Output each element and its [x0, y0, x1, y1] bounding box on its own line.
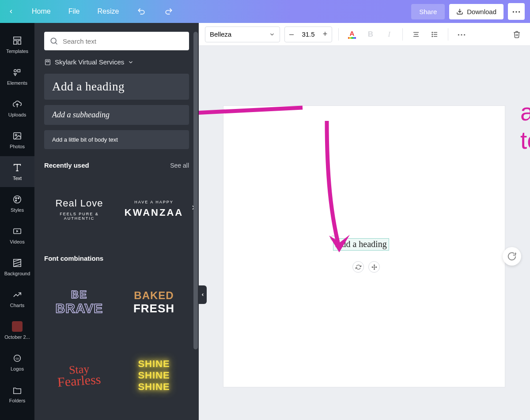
rail-templates[interactable]: Templates — [0, 29, 34, 60]
svg-point-8 — [15, 134, 17, 136]
collapse-panel-button[interactable] — [199, 285, 207, 304]
bold-button[interactable]: B — [363, 27, 378, 41]
text-template-real-love[interactable]: Real LoveFEELS PURE & AUTHENTIC — [44, 176, 114, 242]
text-panel: Skylark Virtual Services Add a heading A… — [34, 23, 199, 420]
rail-folders[interactable]: Folders — [0, 379, 34, 409]
search-box[interactable] — [44, 32, 189, 50]
templates-icon — [12, 36, 22, 45]
thumb-label: SHINE — [138, 370, 170, 381]
header-left-group: Home File Resize — [5, 4, 176, 19]
canvas-stage[interactable]: Add a heading add text — [199, 46, 530, 420]
add-body-text-button[interactable]: Add a little bit of body text — [44, 130, 189, 149]
download-label: Download — [467, 8, 496, 15]
more-text-options[interactable]: ⋯ — [454, 27, 469, 41]
italic-button[interactable]: I — [382, 27, 396, 41]
chevron-left-icon — [201, 292, 205, 297]
resize-button[interactable]: Resize — [95, 4, 121, 19]
text-template-kwanzaa[interactable]: HAVE A HAPPY KWANZAA — [119, 176, 189, 242]
share-button[interactable]: Share — [411, 4, 445, 19]
add-subheading-button[interactable]: Add a subheading — [44, 105, 189, 125]
download-button[interactable]: Download — [449, 4, 504, 19]
svg-marker-16 — [16, 230, 19, 232]
rail-uploads[interactable]: Uploads — [0, 93, 34, 124]
rail-folders-label: Folders — [2, 398, 33, 403]
rail-videos[interactable]: Videos — [0, 220, 34, 251]
add-heading-button[interactable]: Add a heading — [44, 74, 189, 100]
search-input[interactable] — [63, 38, 184, 45]
charts-icon — [12, 290, 22, 300]
alignment-button[interactable] — [409, 27, 423, 41]
text-template-stay-fearless[interactable]: Stay Fearless — [44, 342, 114, 409]
font-size-value[interactable]: 31.5 — [298, 30, 318, 38]
left-rail: Templates Elements Uploads Photos Text S… — [0, 23, 34, 420]
regenerate-button[interactable] — [352, 261, 364, 273]
rail-background[interactable]: Background — [0, 251, 34, 282]
elements-icon — [12, 68, 22, 77]
recently-used-header: Recently used See all — [34, 152, 199, 172]
thumb-label: BAKED — [134, 289, 174, 302]
more-menu-button[interactable]: ⋯ — [508, 3, 525, 20]
top-header: Home File Resize Share Download ⋯ — [0, 0, 530, 23]
thumb-label: Fearless — [57, 373, 102, 388]
svg-line-18 — [14, 259, 21, 262]
font-family-value: Belleza — [210, 30, 231, 38]
back-button[interactable] — [5, 5, 17, 18]
rail-styles-label: Styles — [2, 207, 33, 213]
list-icon — [431, 30, 439, 38]
scrollbar-thumb[interactable] — [193, 32, 198, 349]
text-toolbar: Belleza – 31.5 + A B I ⋯ — [199, 23, 530, 46]
thumb-label: SHINE — [138, 381, 170, 393]
delete-button[interactable] — [510, 27, 524, 41]
rail-photos-label: Photos — [2, 144, 33, 149]
svg-rect-25 — [45, 60, 50, 65]
svg-rect-2 — [14, 41, 17, 44]
file-button[interactable]: File — [66, 4, 83, 19]
thumb-label: HAVE A HAPPY — [134, 200, 173, 204]
chevron-down-icon — [269, 31, 275, 38]
search-icon — [49, 37, 58, 45]
rail-styles[interactable]: Styles — [0, 188, 34, 219]
add-page-button[interactable] — [503, 247, 521, 266]
text-template-be-brave[interactable]: BE BRAVE — [44, 269, 114, 335]
rail-background-label: Background — [2, 271, 33, 276]
rail-text[interactable]: Text — [0, 156, 34, 187]
home-button[interactable]: Home — [29, 4, 53, 19]
redo-button[interactable] — [161, 4, 176, 19]
svg-point-4 — [14, 70, 17, 72]
font-size-stepper: – 31.5 + — [284, 26, 332, 42]
uploads-icon — [12, 99, 22, 109]
font-color-button[interactable]: A — [345, 27, 359, 41]
thumb-label: FRESH — [133, 302, 174, 315]
font-family-select[interactable]: Belleza — [205, 26, 280, 42]
svg-line-19 — [14, 262, 21, 264]
rail-logos-label: Logos — [2, 366, 33, 371]
selected-text-element[interactable]: Add a heading — [333, 238, 389, 251]
design-page[interactable]: Add a heading — [223, 106, 505, 387]
trash-icon — [513, 30, 521, 38]
text-template-shine[interactable]: SHINE SHINE SHINE — [119, 342, 189, 409]
font-size-decrease[interactable]: – — [285, 27, 298, 42]
svg-point-11 — [14, 196, 21, 203]
panel-scrollbar[interactable] — [193, 32, 198, 349]
folders-icon — [12, 385, 22, 395]
svg-line-20 — [14, 264, 21, 267]
thumb-label: KWANZAA — [125, 207, 183, 218]
see-all-button[interactable]: See all — [170, 162, 189, 169]
align-icon — [412, 30, 420, 38]
rail-charts[interactable]: Charts — [0, 283, 34, 314]
font-size-increase[interactable]: + — [318, 27, 332, 42]
rail-photos[interactable]: Photos — [0, 124, 34, 155]
rail-videos-label: Videos — [2, 239, 33, 244]
svg-point-14 — [15, 200, 17, 201]
rail-folder-october[interactable]: October 2... — [0, 315, 34, 346]
rail-text-label: Text — [2, 176, 33, 181]
brand-kit-dropdown[interactable]: Skylark Virtual Services — [34, 56, 199, 71]
text-template-baked-fresh[interactable]: BAKED FRESH — [119, 269, 189, 335]
undo-button[interactable] — [134, 4, 149, 19]
move-button[interactable] — [368, 261, 380, 273]
rail-logos[interactable]: co Logos — [0, 347, 34, 378]
svg-point-34 — [432, 34, 433, 35]
rail-elements[interactable]: Elements — [0, 61, 34, 92]
svg-text:co: co — [15, 356, 19, 360]
list-button[interactable] — [428, 27, 442, 41]
